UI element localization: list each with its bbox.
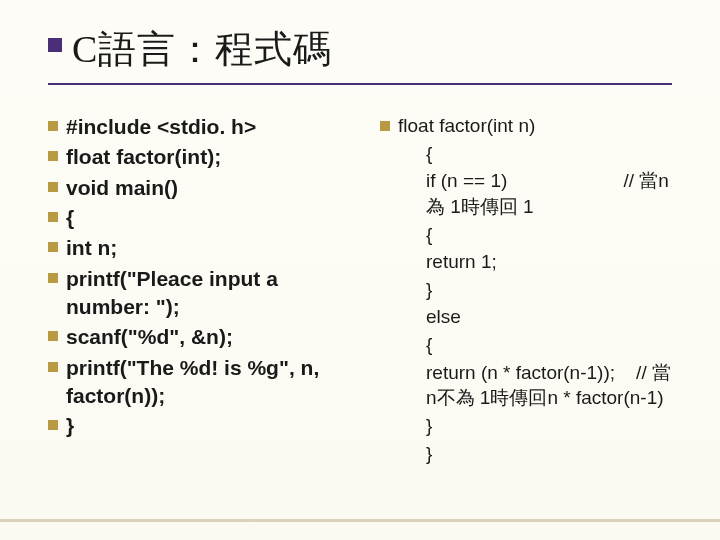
code-text: { [426,141,432,167]
code-line: { [380,141,672,167]
slide-title: C語言：程式碼 [72,24,332,75]
code-line: return (n * factor(n-1)); // 當n不為 1時傳回n … [380,360,672,411]
code-line: #include <stdio. h> [48,113,340,141]
code-line: int n; [48,234,340,262]
code-text: void main() [66,174,178,202]
code-line: return 1; [380,249,672,275]
title-row: C語言：程式碼 [48,24,672,75]
bullet-icon [380,121,390,131]
title-underline [48,83,672,85]
code-text: float factor(int n) [398,113,535,139]
code-text: if (n == 1) // 當n為 1時傳回 1 [426,168,672,219]
bullet-icon [48,121,58,131]
content-columns: #include <stdio. h> float factor(int); v… [48,113,672,468]
code-line: } [48,412,340,440]
title-bullet-icon [48,38,62,52]
bullet-icon [48,151,58,161]
code-line: float factor(int); [48,143,340,171]
code-line: void main() [48,174,340,202]
code-line: printf("The %d! is %g", n, factor(n)); [48,354,340,411]
slide: C語言：程式碼 #include <stdio. h> float factor… [0,0,720,540]
code-line: { [380,222,672,248]
code-text: float factor(int); [66,143,221,171]
code-line: else [380,304,672,330]
code-text: } [426,441,432,467]
code-line: { [380,332,672,358]
code-line: scanf("%d", &n); [48,323,340,351]
bullet-icon [48,182,58,192]
bullet-icon [48,273,58,283]
left-column: #include <stdio. h> float factor(int); v… [48,113,340,468]
code-text: printf("Pleace input a number: "); [66,265,340,322]
bullet-icon [48,420,58,430]
bullet-icon [48,242,58,252]
code-text: } [66,412,74,440]
bullet-icon [48,212,58,222]
code-line: printf("Pleace input a number: "); [48,265,340,322]
code-text: else [426,304,461,330]
code-text: return 1; [426,249,497,275]
code-line: } [380,413,672,439]
code-line: } [380,277,672,303]
code-text: printf("The %d! is %g", n, factor(n)); [66,354,340,411]
code-line: { [48,204,340,232]
code-text: { [426,222,432,248]
code-line: float factor(int n) [380,113,672,139]
footer-divider [0,519,720,522]
code-text: return (n * factor(n-1)); // 當n不為 1時傳回n … [426,360,672,411]
code-text: int n; [66,234,117,262]
code-text: { [66,204,74,232]
code-line: } [380,441,672,467]
bullet-icon [48,331,58,341]
code-text: } [426,277,432,303]
right-column: float factor(int n) { if (n == 1) // 當n為… [380,113,672,468]
bullet-icon [48,362,58,372]
code-text: } [426,413,432,439]
code-text: { [426,332,432,358]
code-text: #include <stdio. h> [66,113,256,141]
code-text: scanf("%d", &n); [66,323,233,351]
code-line: if (n == 1) // 當n為 1時傳回 1 [380,168,672,219]
